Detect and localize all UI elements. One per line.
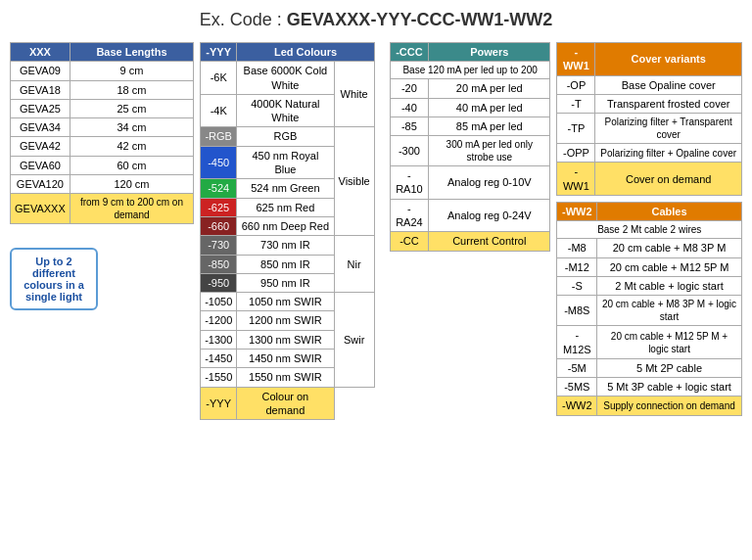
- table-row: -300300 mA per led only strobe use: [390, 136, 550, 166]
- table-row: -OPPPolarizing filter + Opaline cover: [557, 144, 742, 163]
- table-row: -RGB RGB Visible: [201, 127, 384, 146]
- table-row: -2020 mA per led: [390, 79, 550, 98]
- ccc-header: -CCC: [390, 43, 428, 62]
- ww1-header: -WW1: [557, 43, 595, 76]
- table-row: GEVA2525 cm: [11, 99, 194, 117]
- table-row: -5M5 Mt 2P cable: [557, 358, 742, 377]
- table-row: -5MS5 Mt 3P cable + logic start: [557, 378, 742, 397]
- led-colours-header: Led Colours: [237, 43, 374, 62]
- table-row-last: GEVAXXX from 9 cm to 200 cm on demand: [11, 194, 194, 224]
- table-row-last: -WW1 Cover on demand: [557, 163, 742, 196]
- table-row: -M8S20 cm cable + M8 3P M + logic start: [557, 296, 742, 326]
- table-row: GEVA6060 cm: [11, 156, 194, 174]
- table-row: -OPBase Opaline cover: [557, 75, 742, 94]
- table-row-last: -CC Current Control: [390, 232, 550, 251]
- table-row: -S2 Mt cable + logic start: [557, 276, 742, 295]
- yyy-table: -YYY Led Colours -6K Base 6000K Cold Whi…: [200, 42, 384, 420]
- cover-variants-header: Cover variants: [595, 43, 742, 76]
- table-row: -4040 mA per led: [390, 98, 550, 117]
- up-to-2-colours-box: Up to 2 different colours in a single li…: [10, 248, 98, 310]
- table-row-subheader: Base 2 Mt cable 2 wires: [557, 221, 742, 239]
- yyy-header: -YYY: [201, 43, 237, 62]
- table-row: GEVA3434 cm: [11, 118, 194, 137]
- table-row: -6K Base 6000K Cold White White: [201, 62, 384, 95]
- table-row-last: -YYY Colour on demand: [201, 387, 384, 420]
- main-layout: XXX Base Lengths GEVA099 cm GEVA1818 cm …: [10, 42, 742, 420]
- table-row: -TTransparent frosted cover: [557, 94, 742, 113]
- xxx-column: XXX Base Lengths GEVA099 cm GEVA1818 cm …: [10, 42, 194, 310]
- table-row-last: -WW2 Supply connection on demand: [557, 397, 742, 415]
- table-row: -M12S20 cm cable + M12 5P M + logic star…: [557, 326, 742, 359]
- table-row: -730 730 nm IR Nir: [201, 236, 384, 255]
- table-row-subheader: Base 120 mA per led up to 200: [390, 62, 550, 79]
- xxx-header: XXX: [11, 43, 70, 62]
- table-row: -M820 cm cable + M8 3P M: [557, 239, 742, 257]
- ww1-table: -WW1 Cover variants -OPBase Opaline cove…: [556, 42, 742, 196]
- table-row: -TPPolarizing filter + Transparent cover: [557, 114, 742, 144]
- table-row: GEVA4242 cm: [11, 137, 194, 156]
- base-lengths-header: Base Lengths: [70, 43, 193, 62]
- table-row: GEVA1818 cm: [11, 80, 194, 99]
- table-row: -1050 1050 nm SWIR Swir: [201, 293, 384, 311]
- ccc-table: -CCC Powers Base 120 mA per led up to 20…: [390, 42, 551, 252]
- ww2-header: -WW2: [557, 203, 597, 221]
- yyy-column: -YYY Led Colours -6K Base 6000K Cold Whi…: [200, 42, 384, 420]
- table-row: -RA24Analog reg 0-24V: [390, 199, 550, 232]
- powers-header: Powers: [429, 43, 550, 62]
- table-row: -M1220 cm cable + M12 5P M: [557, 257, 742, 276]
- cables-header: Cables: [597, 203, 742, 221]
- table-row: -8585 mA per led: [390, 117, 550, 135]
- table-row: GEVA099 cm: [11, 62, 194, 80]
- ww2-table: -WW2 Cables Base 2 Mt cable 2 wires -M82…: [556, 202, 742, 416]
- table-row: GEVA120120 cm: [11, 175, 194, 194]
- table-row: -RA10Analog reg 0-10V: [390, 166, 550, 200]
- ww-column: -WW1 Cover variants -OPBase Opaline cove…: [556, 42, 742, 416]
- ccc-column: -CCC Powers Base 120 mA per led up to 20…: [390, 42, 551, 252]
- title: Ex. Code : GEVAXXX-YYY-CCC-WW1-WW2: [10, 10, 742, 30]
- xxx-table: XXX Base Lengths GEVA099 cm GEVA1818 cm …: [10, 42, 194, 224]
